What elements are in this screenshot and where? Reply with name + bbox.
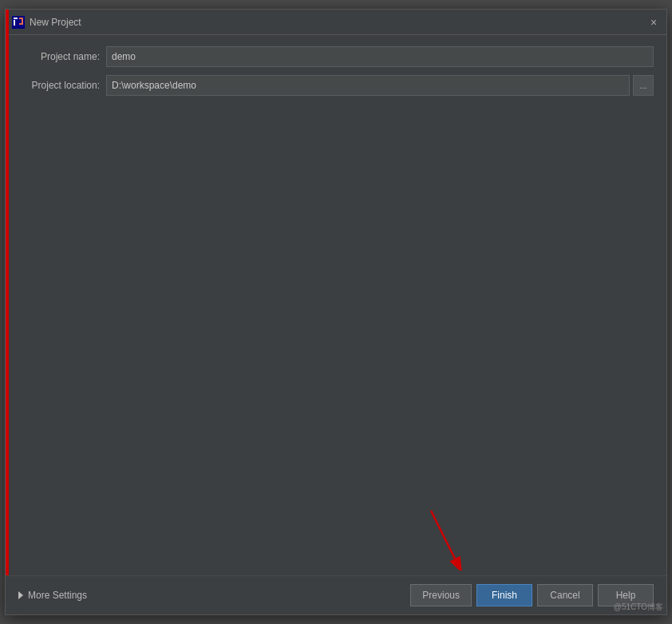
- new-project-dialog: New Project × Project name: Project loca…: [5, 9, 667, 615]
- dialog-footer: More Settings Previous Finish Cancel Hel…: [6, 575, 666, 614]
- more-settings-label: More Settings: [28, 590, 87, 601]
- svg-rect-5: [19, 23, 23, 25]
- accent-bar: [6, 10, 9, 614]
- cancel-button[interactable]: Cancel: [537, 584, 593, 606]
- project-location-label: Project location:: [18, 80, 106, 91]
- arrow-annotation: [415, 507, 479, 571]
- more-settings-toggle[interactable]: More Settings: [18, 590, 410, 601]
- svg-rect-3: [19, 18, 23, 19]
- project-location-input[interactable]: [106, 75, 630, 96]
- svg-rect-2: [14, 20, 15, 26]
- previous-button[interactable]: Previous: [410, 584, 472, 606]
- title-bar: New Project ×: [6, 10, 666, 35]
- svg-rect-4: [22, 19, 23, 23]
- svg-line-7: [431, 511, 455, 559]
- project-location-row: Project location: ...: [18, 75, 654, 96]
- dialog-title: New Project: [30, 17, 647, 28]
- finish-button[interactable]: Finish: [476, 584, 532, 606]
- svg-rect-1: [14, 18, 18, 19]
- browse-button[interactable]: ...: [633, 75, 654, 96]
- close-button[interactable]: ×: [647, 16, 660, 29]
- project-name-input[interactable]: [106, 46, 654, 67]
- watermark: @51CTO博客: [614, 602, 663, 613]
- app-icon: [12, 16, 25, 29]
- project-name-label: Project name:: [18, 51, 106, 62]
- dialog-content: Project name: Project location: ...: [6, 35, 666, 115]
- project-name-row: Project name:: [18, 46, 654, 67]
- more-settings-arrow-icon: [18, 591, 23, 599]
